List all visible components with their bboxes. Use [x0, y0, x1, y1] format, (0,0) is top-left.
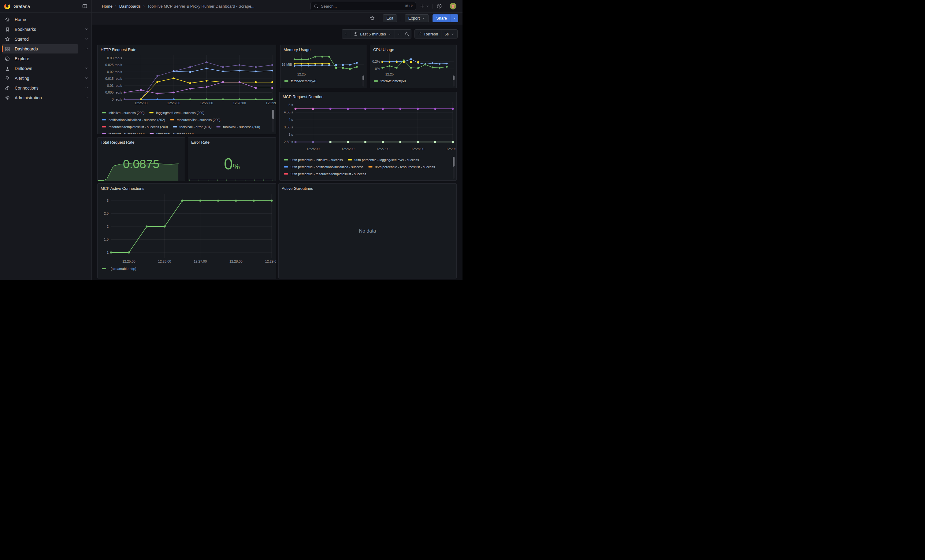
- help-button[interactable]: [437, 2, 442, 10]
- zoom-out-button[interactable]: [403, 29, 411, 39]
- plus-icon: [420, 4, 425, 9]
- legend-label: 95th percentile - logging/setLevel - suc…: [354, 158, 419, 162]
- legend-item[interactable]: 95th percentile - logging/setLevel - suc…: [348, 156, 419, 163]
- export-button[interactable]: Export: [405, 14, 429, 22]
- sidebar-label: Administration: [15, 95, 42, 100]
- chevron-down-icon[interactable]: [85, 95, 88, 101]
- sidebar-link-administration[interactable]: Administration: [2, 93, 78, 102]
- legend-item[interactable]: 95th percentile - resources/templates/li…: [284, 170, 366, 177]
- search-input[interactable]: Search... ⌘+k: [310, 2, 416, 11]
- sidebar-link-bookmarks[interactable]: Bookmarks: [2, 25, 78, 34]
- panel-title[interactable]: Total Request Rate: [101, 140, 135, 144]
- duration-legend: 95th percentile - initialize - success95…: [284, 156, 453, 181]
- search-icon: [314, 4, 318, 9]
- cpu-usage-chart[interactable]: 0.2%0%12:25: [370, 52, 457, 77]
- legend-item[interactable]: tools/list - success (200): [102, 130, 145, 134]
- share-button[interactable]: Share: [432, 14, 450, 22]
- sidebar-link-home[interactable]: Home: [2, 15, 78, 24]
- chevron-down-icon[interactable]: [85, 66, 88, 71]
- legend-marker: [348, 159, 352, 161]
- legend-scrollbar-thumb[interactable]: [453, 75, 455, 80]
- favorite-star-button[interactable]: [369, 14, 375, 22]
- legend-item[interactable]: 95th percentile - notifications/initiali…: [284, 163, 363, 170]
- time-shift-forward-button[interactable]: [395, 29, 403, 39]
- legend-scrollbar-thumb[interactable]: [272, 110, 274, 119]
- chevron-down-icon[interactable]: [85, 27, 88, 32]
- legend-scrollbar-thumb[interactable]: [453, 157, 455, 167]
- refresh-interval-picker[interactable]: 5s: [441, 29, 458, 39]
- refresh-button[interactable]: Refresh: [414, 29, 442, 39]
- chevron-down-icon[interactable]: [85, 85, 88, 91]
- sidebar-link-dashboards[interactable]: Dashboards: [2, 44, 78, 54]
- breadcrumb-dashboards[interactable]: Dashboards: [119, 4, 141, 9]
- panel-title[interactable]: CPU Usage: [373, 47, 394, 52]
- svg-text:5 s: 5 s: [288, 103, 293, 107]
- svg-text:12:29:00: 12:29:00: [446, 147, 457, 151]
- panel-title[interactable]: MCP Request Duration: [283, 95, 323, 99]
- divider: [446, 4, 446, 9]
- chevron-down-icon[interactable]: [85, 46, 88, 52]
- svg-text:12:25: 12:25: [386, 72, 394, 76]
- mcp-active-connections-chart[interactable]: 32.521.5112:25:0012:26:0012:27:0012:28:0…: [98, 191, 276, 266]
- svg-text:2.50 s: 2.50 s: [284, 140, 293, 144]
- panel-title[interactable]: Active Goroutines: [282, 186, 313, 191]
- chevron-down-icon: [422, 17, 425, 20]
- legend-marker: [102, 268, 106, 269]
- breadcrumb-separator: ›: [115, 4, 116, 8]
- panel-title[interactable]: HTTP Request Rate: [101, 47, 136, 52]
- chevron-down-icon[interactable]: [85, 75, 88, 81]
- divider: [379, 16, 379, 21]
- panel-title[interactable]: Error Rate: [191, 140, 209, 144]
- time-range-picker[interactable]: Last 5 minutes: [350, 29, 395, 39]
- search-shortcut: ⌘+k: [405, 4, 413, 8]
- panel-total-request-rate: Total Request Rate 0.0875: [97, 137, 185, 181]
- error-rate-number: 0: [224, 155, 233, 173]
- user-avatar[interactable]: [450, 3, 456, 9]
- svg-text:12:26:00: 12:26:00: [167, 101, 181, 105]
- legend-item[interactable]: - (streamable-http): [102, 265, 136, 272]
- panel-title[interactable]: Memory Usage: [283, 47, 310, 52]
- edit-button[interactable]: Edit: [383, 14, 397, 22]
- dock-menu-icon[interactable]: [81, 3, 88, 10]
- legend-scrollbar-thumb[interactable]: [363, 75, 364, 80]
- sidebar-link-starred[interactable]: Starred: [2, 35, 78, 44]
- gear-icon: [4, 95, 11, 101]
- grafana-logo-icon[interactable]: [4, 3, 11, 9]
- legend-item[interactable]: tools/call - error (404): [173, 123, 212, 130]
- topbar-actions: Search... ⌘+k: [310, 2, 462, 11]
- legend-item[interactable]: logging/setLevel - success (200): [149, 109, 204, 116]
- legend-item[interactable]: tools/call - success (200): [216, 123, 260, 130]
- memory-usage-chart[interactable]: 16 MiB12:25: [280, 52, 366, 77]
- legend-item[interactable]: unknown - success (200): [149, 130, 194, 134]
- legend-marker: [102, 126, 106, 128]
- http-request-rate-chart[interactable]: 0 req/s0.005 req/s0.01 req/s0.015 req/s0…: [98, 53, 276, 107]
- zoom-out-icon: [405, 32, 409, 36]
- error-rate-sparkline[interactable]: [188, 177, 276, 181]
- chevron-down-icon[interactable]: [85, 36, 88, 42]
- chevron-left-icon: [344, 32, 348, 36]
- legend-item[interactable]: fetch-telemetry-0: [284, 77, 316, 84]
- legend-item[interactable]: resources/list - success (200): [170, 116, 220, 123]
- panel-cpu-usage: CPU Usage 0.2%0%12:25 fetch-telemetry-0: [370, 45, 457, 89]
- add-new-button[interactable]: [420, 2, 429, 10]
- svg-text:0.015 req/s: 0.015 req/s: [105, 77, 122, 80]
- legend-item[interactable]: 95th percentile - resources/list - succe…: [368, 163, 435, 170]
- svg-text:0.2%: 0.2%: [372, 60, 380, 63]
- legend-item[interactable]: notifications/initialized - success (202…: [102, 116, 165, 123]
- sidebar-link-drilldown[interactable]: Drilldown: [2, 64, 78, 73]
- panel-title[interactable]: MCP Active Connections: [101, 186, 145, 191]
- legend-item[interactable]: 95th percentile - initialize - success: [284, 156, 343, 163]
- legend-item[interactable]: fetch-telemetry-0: [374, 77, 406, 84]
- mcp-request-duration-chart[interactable]: 5 s4.50 s4 s3.50 s3 s2.50 s12:25:0012:26…: [280, 100, 457, 153]
- sidebar-link-explore[interactable]: Explore: [2, 54, 78, 63]
- stat-value: 0.0875: [98, 157, 185, 171]
- breadcrumb-home[interactable]: Home: [102, 4, 113, 9]
- svg-text:0.025 req/s: 0.025 req/s: [105, 63, 122, 67]
- legend-item[interactable]: resources/templates/list - success (200): [102, 123, 168, 130]
- sidebar-link-alerting[interactable]: Alerting: [2, 74, 78, 83]
- share-dropdown-button[interactable]: [450, 14, 458, 22]
- sidebar-link-connections[interactable]: Connections: [2, 83, 78, 93]
- time-shift-back-button[interactable]: [342, 29, 350, 39]
- legend-item[interactable]: initialize - success (200): [102, 109, 145, 116]
- refresh-icon: [418, 32, 422, 36]
